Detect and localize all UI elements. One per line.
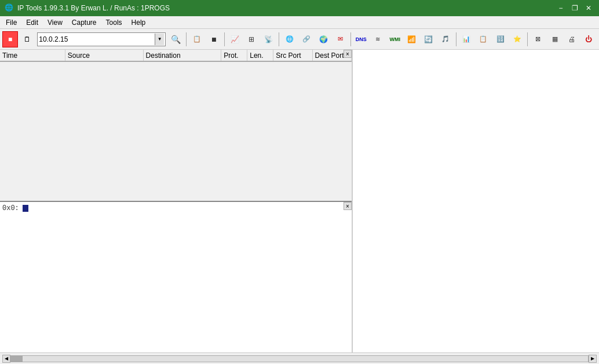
col-destination[interactable]: Destination: [143, 50, 221, 61]
col-protocol[interactable]: Prot.: [221, 50, 247, 61]
left-panel: × Time Source Destination Prot. Len. Src…: [0, 50, 352, 352]
filter-input[interactable]: [39, 34, 155, 45]
share-button[interactable]: 🔄: [421, 31, 436, 47]
radar-button[interactable]: 📡: [261, 31, 276, 47]
toolbar: ■ 🗒 ▼ 🔍 📋 ⏹ 📈 ⊞ 📡 🌐 🔗 🌍 ✉: [0, 29, 599, 50]
email-button[interactable]: ✉: [333, 31, 348, 47]
ping-icon: 🌐: [286, 35, 294, 43]
wifi-button[interactable]: 📶: [404, 31, 419, 47]
globe-icon: 🌍: [319, 35, 328, 43]
scroll-left-arrow[interactable]: ◀: [2, 355, 10, 363]
calc-button[interactable]: 🔢: [492, 31, 508, 47]
col-source[interactable]: Source: [65, 50, 143, 61]
ping-button[interactable]: 🌐: [282, 31, 297, 47]
main-layout: × Time Source Destination Prot. Len. Src…: [0, 50, 599, 352]
packet-table: Time Source Destination Prot. Len. Src P…: [0, 50, 352, 62]
separator-6: [527, 32, 528, 46]
netstat-button[interactable]: 📊: [459, 31, 474, 47]
arp-icon: 📋: [479, 35, 487, 43]
hex-byte-0: [23, 205, 28, 212]
scroll-area: ◀ ▶: [0, 352, 599, 364]
search-button[interactable]: 🔍: [168, 31, 184, 47]
packet-list-pane: × Time Source Destination Prot. Len. Src…: [0, 50, 352, 202]
separator-5: [456, 32, 456, 46]
sound-button[interactable]: 🎵: [438, 31, 454, 47]
hex-pane: × 0x0:: [0, 202, 352, 352]
print-icon: 🖨: [568, 35, 575, 43]
tracert-button[interactable]: 🔗: [298, 31, 314, 47]
menu-capture[interactable]: Capture: [67, 16, 101, 29]
separator-2: [224, 32, 225, 46]
power-icon: ⏻: [585, 35, 592, 43]
window-title: IP Tools 1.99.3.1 By Erwan L. / RunAs : …: [17, 4, 170, 12]
col-length[interactable]: Len.: [247, 50, 273, 61]
share-icon: 🔄: [424, 35, 433, 43]
col-time[interactable]: Time: [0, 50, 65, 61]
menu-file[interactable]: File: [1, 16, 21, 29]
filter-wrapper: ▼: [37, 32, 166, 46]
print-button[interactable]: 🖨: [564, 31, 580, 47]
menu-bar: File Edit View Capture Tools Help: [0, 16, 599, 29]
tracert-icon: 🔗: [302, 35, 311, 43]
barcode-icon: ▦: [552, 35, 558, 43]
ns-icon: ≋: [375, 36, 380, 42]
qr-button[interactable]: ⊠: [530, 31, 546, 47]
hex-content: 0x0:: [0, 202, 352, 215]
new-button[interactable]: 🗒: [19, 31, 35, 47]
scrollbar-thumb: [11, 356, 23, 362]
calc-icon: 🔢: [496, 35, 505, 43]
dns-label: DNS: [356, 36, 367, 42]
horizontal-scrollbar[interactable]: [10, 355, 589, 362]
col-srcport[interactable]: Src Port: [273, 50, 312, 61]
right-panel: [352, 50, 599, 352]
scroll-right-arrow[interactable]: ▶: [589, 355, 597, 363]
packet-list-close[interactable]: ×: [344, 50, 352, 58]
menu-view[interactable]: View: [43, 16, 67, 29]
menu-tools[interactable]: Tools: [101, 16, 127, 29]
star-icon: ⭐: [513, 35, 521, 43]
new-icon: 🗒: [24, 35, 31, 43]
hex-pane-close[interactable]: ×: [344, 202, 352, 210]
stop-icon: ■: [8, 35, 12, 43]
restore-button[interactable]: ❐: [569, 2, 580, 14]
chart-icon: 📈: [231, 35, 239, 43]
hex-offset: 0x0:: [2, 204, 19, 212]
barcode-button[interactable]: ▦: [547, 31, 563, 47]
menu-edit[interactable]: Edit: [21, 16, 43, 29]
menu-help[interactable]: Help: [127, 16, 151, 29]
separator-4: [350, 32, 351, 46]
stop2-button[interactable]: ⏹: [206, 31, 222, 47]
wmi-button[interactable]: WMI: [387, 31, 403, 47]
grid-icon: ⊞: [249, 35, 254, 43]
arp-button[interactable]: 📋: [476, 31, 491, 47]
wmi-label: WMI: [389, 36, 400, 42]
power-button[interactable]: ⏻: [581, 31, 597, 47]
separator-1: [186, 32, 187, 46]
search-icon: 🔍: [171, 35, 181, 44]
dns-button[interactable]: DNS: [353, 31, 369, 47]
globe-button[interactable]: 🌍: [315, 31, 331, 47]
netstat-icon: 📊: [462, 35, 470, 43]
close-button[interactable]: ✕: [583, 2, 594, 14]
sound-icon: 🎵: [441, 35, 450, 43]
email-icon: ✉: [338, 35, 343, 43]
packet-capture-button[interactable]: 📋: [189, 31, 204, 47]
capture-icon: 📋: [193, 35, 201, 43]
filter-dropdown-arrow[interactable]: ▼: [155, 34, 164, 45]
radar-icon: 📡: [264, 35, 273, 43]
grid-button[interactable]: ⊞: [244, 31, 260, 47]
qr-icon: ⊠: [535, 35, 540, 43]
separator-3: [279, 32, 279, 46]
title-bar: 🌐 IP Tools 1.99.3.1 By Erwan L. / RunAs …: [0, 0, 599, 16]
stop-button[interactable]: ■: [2, 31, 18, 47]
star-button[interactable]: ⭐: [509, 31, 525, 47]
wifi-icon: 📶: [407, 35, 416, 43]
stop2-icon: ⏹: [211, 36, 217, 43]
app-icon: 🌐: [5, 3, 14, 13]
minimize-button[interactable]: −: [555, 2, 567, 14]
chart-button[interactable]: 📈: [227, 31, 243, 47]
window-controls: − ❐ ✕: [555, 2, 594, 14]
ns-button[interactable]: ≋: [370, 31, 386, 47]
